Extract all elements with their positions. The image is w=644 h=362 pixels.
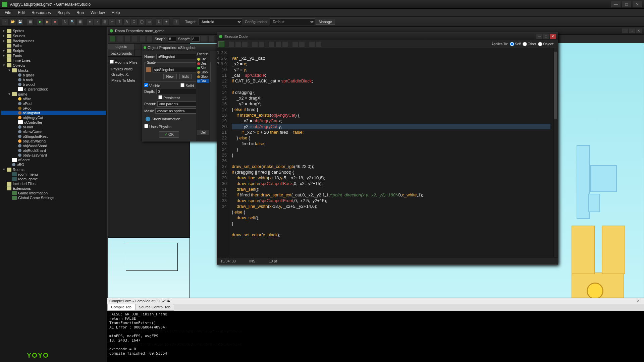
tree-item[interactable]: objAngryCat	[1, 115, 106, 120]
code-editor[interactable]: var _x2,_y2,_cat; _x2 = x; _y2 = y; _cat…	[229, 48, 553, 257]
tree-room-game[interactable]: room_game	[1, 177, 106, 181]
code-help-icon[interactable]	[316, 41, 322, 47]
room-tab-backgrounds[interactable]: backgrounds	[108, 50, 135, 57]
run-icon[interactable]: ▶	[37, 18, 44, 25]
path-icon[interactable]: ⤳	[109, 18, 115, 25]
code-minimize-button[interactable]: —	[536, 34, 542, 39]
obj-ok-button[interactable]: ✔OK	[159, 131, 179, 138]
tree-item[interactable]: o_parentBlock	[1, 87, 106, 92]
code-save-icon[interactable]	[235, 41, 241, 47]
tree-item[interactable]: oPool	[1, 101, 106, 106]
menu-run[interactable]: Run	[73, 9, 87, 16]
compile-close-icon[interactable]: ✕	[637, 299, 642, 303]
snapy-input[interactable]	[192, 36, 200, 42]
tree-item[interactable]: oNewGame	[1, 129, 106, 134]
menu-window[interactable]: Window	[87, 9, 108, 16]
tree-gameinfo[interactable]: Game Information	[1, 191, 106, 195]
room-lock-icon[interactable]	[139, 36, 145, 42]
event-global1[interactable]: Glob	[197, 70, 209, 74]
new-icon[interactable]: ▫	[2, 18, 9, 25]
maximize-button[interactable]: □	[622, 1, 631, 7]
tree-item[interactable]: oScore	[1, 158, 106, 162]
refresh-icon[interactable]: ↻	[62, 18, 68, 25]
code-redo-icon[interactable]	[259, 41, 265, 47]
code-undo-icon[interactable]	[252, 41, 258, 47]
sprite-icon[interactable]: ●	[87, 18, 93, 25]
tree-timelines[interactable]: Time Lines	[1, 58, 106, 63]
tree-item[interactable]: objCatWaiting	[1, 139, 106, 143]
sprite-name-input[interactable]	[153, 67, 202, 72]
gear-icon[interactable]: ✦	[163, 18, 170, 25]
applies-other-radio[interactable]: Other	[523, 42, 536, 46]
tree-backgrounds[interactable]: ▸Backgrounds	[1, 38, 106, 43]
config-select[interactable]: Default	[270, 18, 315, 25]
tree-paths[interactable]: Paths	[1, 43, 106, 48]
tree-item-slingshot[interactable]: oSlingshot	[1, 111, 106, 115]
room-tool-icon[interactable]	[132, 36, 138, 42]
room-delete-icon[interactable]	[147, 36, 153, 42]
code-find-icon[interactable]	[292, 41, 298, 47]
event-global2[interactable]: Glob	[197, 74, 209, 79]
tree-item[interactable]: oSlingshotRest	[1, 134, 106, 139]
stop-icon[interactable]: ■	[52, 18, 58, 25]
tree-item[interactable]: b rock	[1, 77, 106, 82]
menu-edit[interactable]: Edit	[14, 9, 28, 16]
tree-blocks-folder[interactable]: ▾blocks	[1, 68, 106, 73]
menu-scripts[interactable]: Scripts	[54, 9, 73, 16]
sprite-new-button[interactable]: New	[163, 74, 177, 79]
visible-check[interactable]: Visible	[144, 83, 160, 88]
snapx-input[interactable]	[168, 36, 176, 42]
room-confirm-icon[interactable]	[110, 36, 116, 42]
code-snippet-icon[interactable]	[309, 41, 315, 47]
code-copy-icon[interactable]	[275, 41, 281, 47]
timeline-icon[interactable]: ⏱	[131, 18, 138, 25]
debug-icon[interactable]: ▶	[44, 18, 51, 25]
code-replace-icon[interactable]	[299, 41, 305, 47]
search-icon[interactable]: 🔍	[69, 18, 76, 25]
room-undo-icon[interactable]	[117, 36, 123, 42]
object-icon[interactable]: ◯	[138, 18, 145, 25]
solid-check[interactable]: Solid	[180, 83, 194, 88]
close-button[interactable]: ✕	[633, 1, 642, 7]
tree-rooms[interactable]: ▾Rooms	[1, 167, 106, 172]
code-close-button[interactable]: ✕	[550, 34, 556, 39]
sprite-edit-button[interactable]: Edit	[179, 74, 192, 79]
tree-item[interactable]: b wood	[1, 82, 106, 87]
help-icon[interactable]: ?	[173, 18, 180, 25]
menu-resources[interactable]: Resources	[28, 9, 54, 16]
event-draw[interactable]: Dra	[197, 79, 209, 83]
tree-scripts[interactable]: ▸Scripts	[1, 48, 106, 53]
grid-icon[interactable]: ▦	[76, 18, 83, 25]
font-icon[interactable]: A	[123, 18, 130, 25]
code-scrollbar[interactable]	[553, 48, 558, 257]
manage-button[interactable]: Manage	[316, 19, 335, 25]
uses-physics-check[interactable]: Uses Physics	[144, 125, 171, 129]
code-maximize-button[interactable]: □	[543, 34, 549, 39]
tree-sounds[interactable]: ▸Sounds	[1, 33, 106, 38]
tree-item[interactable]: b glass	[1, 73, 106, 77]
tree-sprites[interactable]: ▸Sprites	[1, 28, 106, 33]
event-delete-button[interactable]: Del	[197, 130, 209, 135]
room-maximize-button[interactable]: □	[629, 28, 635, 33]
tree-globalsettings[interactable]: Global Game Settings	[1, 195, 106, 200]
code-cut-icon[interactable]	[269, 41, 275, 47]
settings-icon[interactable]: ⚙	[156, 18, 162, 25]
applies-object-radio[interactable]: Object:	[538, 42, 554, 46]
menu-file[interactable]: File	[1, 9, 14, 16]
tree-item[interactable]: objGlassShard	[1, 153, 106, 158]
tree-item[interactable]: oBG	[1, 162, 106, 167]
tree-room-menu[interactable]: room_menu	[1, 172, 106, 177]
minimize-button[interactable]: —	[611, 1, 621, 7]
tree-item[interactable]: oFloor	[1, 125, 106, 129]
script-icon[interactable]: T	[116, 18, 123, 25]
tree-included[interactable]: Included Files	[1, 181, 106, 186]
room-tab-objects[interactable]: objects	[108, 43, 135, 50]
background-icon[interactable]: ▧	[101, 18, 108, 25]
tree-fonts[interactable]: ▸Fonts	[1, 53, 106, 58]
tree-item[interactable]: oController	[1, 120, 106, 125]
event-step[interactable]: Ste	[197, 66, 209, 70]
iso-toggle-icon[interactable]	[208, 36, 214, 42]
target-select[interactable]: Android	[199, 18, 242, 25]
tree-item[interactable]: objRockShard	[1, 148, 106, 153]
code-open-icon[interactable]	[228, 41, 234, 47]
